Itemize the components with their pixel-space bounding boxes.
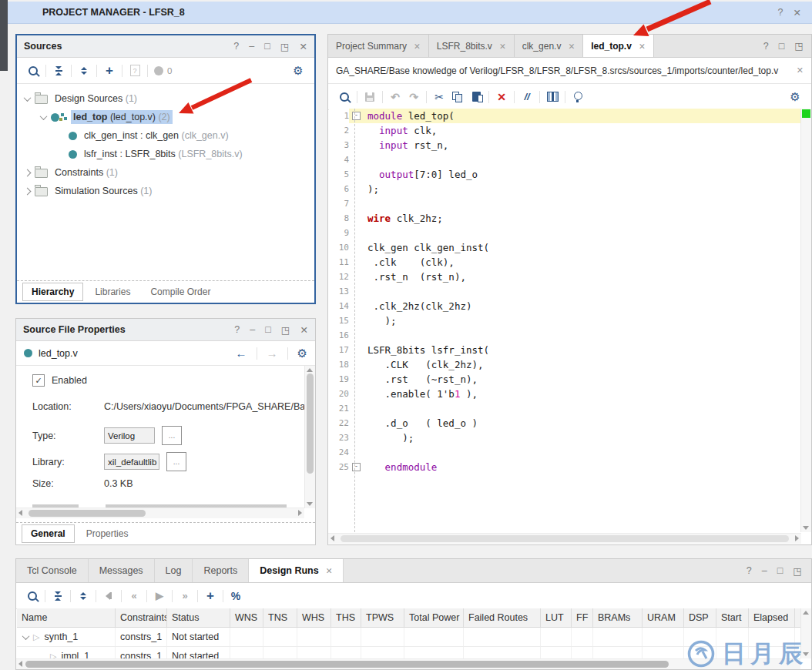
properties-horizontal-scrollbar[interactable] [16, 508, 304, 518]
run-row-synth-1[interactable]: ▷synth_1constrs_1Not started [17, 628, 800, 647]
tree-item-constraints[interactable]: Constraints (1) [17, 163, 314, 182]
create-runs-icon[interactable]: + [201, 588, 220, 605]
code-line-11[interactable]: 11 .clk (clk), [329, 255, 810, 270]
tree-item-led-top[interactable]: led_top (led_top.v) (2) [17, 108, 314, 126]
sources-view-tab-compile-order[interactable]: Compile Order [142, 283, 219, 300]
chevron-down-icon[interactable] [22, 632, 30, 640]
help-icon[interactable]: ? [763, 41, 769, 52]
editor-tab-lsfr-8bits-v[interactable]: LSFR_8bits.v✕ [429, 35, 515, 57]
library-browse-button[interactable]: ... [166, 452, 186, 471]
code-line-5[interactable]: 5 output[7:0] led_o [329, 167, 810, 182]
enabled-checkbox[interactable]: ✓ [32, 374, 45, 387]
settings-gear-icon[interactable]: ⚙ [289, 62, 307, 79]
col-header-failed-routes[interactable]: Failed Routes [464, 608, 541, 627]
reset-runs-icon[interactable] [99, 588, 118, 605]
code-line-21[interactable]: 21 [329, 401, 810, 416]
library-input[interactable]: xil_defaultlib [104, 454, 159, 470]
step-forward-icon[interactable]: » [176, 588, 194, 605]
maximize-icon[interactable]: □ [779, 41, 785, 52]
type-browse-button[interactable]: ... [162, 426, 182, 445]
collapse-all-icon[interactable] [49, 62, 68, 79]
close-icon[interactable]: ✕ [794, 7, 801, 18]
code-editor[interactable]: 1-module led_top(2 input clk,3 input rst… [329, 109, 810, 532]
maximize-icon[interactable]: □ [265, 324, 271, 335]
properties-view-tab-general[interactable]: General [22, 524, 75, 543]
float-icon[interactable]: ◳ [794, 40, 804, 52]
code-line-3[interactable]: 3 input rst_n, [329, 138, 810, 152]
col-header-tns[interactable]: TNS [263, 608, 297, 627]
col-header-lut[interactable]: LUT [541, 608, 572, 627]
close-icon[interactable]: ✕ [300, 324, 308, 336]
chevron-down-icon[interactable] [24, 94, 32, 102]
close-tab-icon[interactable]: ✕ [326, 566, 333, 575]
sources-view-tab-libraries[interactable]: Libraries [86, 283, 139, 300]
minimize-icon[interactable]: – [250, 324, 255, 335]
run-row-impl-1[interactable]: ▷impl_1constrs_1Not started [17, 647, 800, 658]
type-input[interactable]: Verilog [104, 427, 155, 444]
code-line-23[interactable]: 23 ); [329, 430, 810, 445]
col-header-name[interactable]: Name [17, 608, 116, 627]
properties-vertical-scrollbar[interactable] [304, 366, 315, 508]
code-line-12[interactable]: 12 .rst_n (rst_n), [329, 270, 810, 284]
col-header-dsp[interactable]: DSP [684, 608, 716, 627]
col-header-ths[interactable]: THS [331, 608, 361, 627]
chevron-down-icon[interactable] [40, 112, 48, 120]
add-sources-icon[interactable]: + [100, 62, 119, 79]
code-line-17[interactable]: 17LSFR_8bits lsfr_inst( [329, 343, 810, 357]
col-header-wns[interactable]: WNS [230, 608, 263, 627]
editor-tab-project-summary[interactable]: Project Summary✕ [328, 35, 429, 57]
float-icon[interactable]: ◳ [793, 565, 802, 577]
percent-icon[interactable]: % [226, 588, 245, 605]
lightbulb-icon[interactable] [569, 89, 587, 106]
delete-icon[interactable]: ✕ [492, 89, 511, 106]
code-line-15[interactable]: 15 ); [329, 313, 810, 328]
code-line-13[interactable]: 13 [329, 284, 810, 299]
code-line-8[interactable]: 8wire clk_2hz; [329, 211, 810, 226]
close-file-icon[interactable]: ✕ [797, 65, 804, 75]
search-icon[interactable] [335, 89, 354, 106]
runs-vertical-scrollbar[interactable] [800, 608, 811, 658]
properties-view-tab-properties[interactable]: Properties [78, 525, 137, 542]
maximize-icon[interactable]: □ [777, 565, 783, 576]
close-tab-icon[interactable]: ✕ [568, 42, 575, 51]
results-tab-tcl-console[interactable]: Tcl Console [16, 559, 89, 582]
expand-all-icon[interactable] [74, 588, 92, 605]
results-tab-log[interactable]: Log [155, 559, 193, 582]
tree-item-clk-gen-inst-clk-gen[interactable]: clk_gen_inst : clk_gen (clk_gen.v) [17, 126, 314, 145]
code-line-22[interactable]: 22 .d_o ( led_o ) [329, 416, 810, 430]
maximize-icon[interactable]: □ [264, 41, 270, 52]
help-icon[interactable]: ? [747, 565, 752, 576]
doc-question-icon[interactable]: ? [126, 62, 144, 79]
code-line-2[interactable]: 2 input clk, [329, 123, 810, 138]
results-tab-reports[interactable]: Reports [193, 559, 249, 582]
run-icon[interactable]: ▶ [150, 588, 169, 605]
editor-tab-clk-gen-v[interactable]: clk_gen.v✕ [515, 35, 584, 57]
minimize-icon[interactable]: – [762, 565, 767, 576]
undo-icon[interactable]: ↶ [386, 89, 404, 106]
sources-view-tab-hierarchy[interactable]: Hierarchy [22, 283, 83, 301]
chevron-right-icon[interactable] [24, 187, 32, 195]
back-arrow-icon[interactable]: ← [236, 347, 247, 360]
code-line-24[interactable]: 24 [329, 445, 810, 460]
copy-icon[interactable] [448, 89, 467, 106]
code-line-4[interactable]: 4 [329, 152, 810, 167]
col-header-whs[interactable]: WHS [297, 608, 331, 627]
settings-gear-icon[interactable]: ⚙ [786, 89, 804, 106]
col-header-elapsed[interactable]: Elapsed [749, 608, 795, 627]
code-line-25[interactable]: 25- endmodule [329, 460, 810, 474]
col-header-total-power[interactable]: Total Power [404, 608, 464, 627]
results-tab-messages[interactable]: Messages [89, 559, 155, 582]
fold-marker-icon[interactable]: - [349, 460, 363, 474]
search-icon[interactable] [24, 62, 42, 79]
expand-all-icon[interactable] [75, 62, 93, 79]
code-line-1[interactable]: 1-module led_top( [329, 109, 810, 123]
minimize-icon[interactable]: – [249, 41, 254, 52]
editor-vertical-scrollbar[interactable] [800, 109, 811, 532]
redo-icon[interactable]: ↷ [404, 89, 423, 106]
code-line-20[interactable]: 20 .enable( 1'b1 ), [329, 387, 810, 401]
chevron-right-icon[interactable] [24, 169, 32, 176]
fold-marker-icon[interactable]: - [349, 109, 363, 123]
col-header-start[interactable]: Start [716, 608, 749, 627]
code-line-9[interactable]: 9 [329, 226, 810, 240]
help-icon[interactable]: ? [233, 41, 239, 52]
